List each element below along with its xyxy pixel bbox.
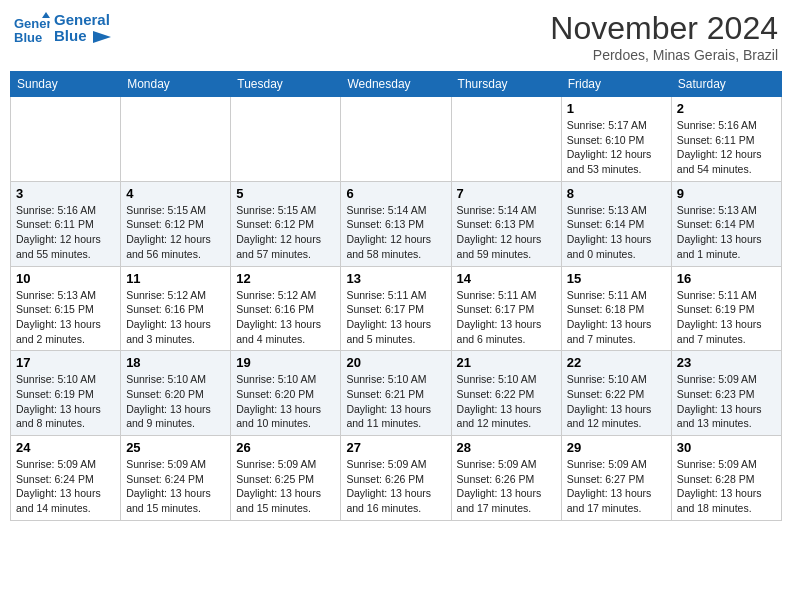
day-info: Sunrise: 5:14 AM Sunset: 6:13 PM Dayligh… bbox=[457, 203, 556, 262]
calendar-cell bbox=[451, 97, 561, 182]
calendar-cell: 4Sunrise: 5:15 AM Sunset: 6:12 PM Daylig… bbox=[121, 181, 231, 266]
calendar-cell: 12Sunrise: 5:12 AM Sunset: 6:16 PM Dayli… bbox=[231, 266, 341, 351]
day-number: 22 bbox=[567, 355, 666, 370]
weekday-header-monday: Monday bbox=[121, 72, 231, 97]
weekday-header-wednesday: Wednesday bbox=[341, 72, 451, 97]
logo: General Blue General Blue bbox=[14, 10, 111, 46]
day-number: 4 bbox=[126, 186, 225, 201]
svg-text:General: General bbox=[14, 16, 50, 31]
day-info: Sunrise: 5:14 AM Sunset: 6:13 PM Dayligh… bbox=[346, 203, 445, 262]
day-info: Sunrise: 5:10 AM Sunset: 6:20 PM Dayligh… bbox=[236, 372, 335, 431]
day-info: Sunrise: 5:13 AM Sunset: 6:15 PM Dayligh… bbox=[16, 288, 115, 347]
day-number: 18 bbox=[126, 355, 225, 370]
day-number: 5 bbox=[236, 186, 335, 201]
day-info: Sunrise: 5:13 AM Sunset: 6:14 PM Dayligh… bbox=[677, 203, 776, 262]
day-info: Sunrise: 5:09 AM Sunset: 6:25 PM Dayligh… bbox=[236, 457, 335, 516]
day-number: 15 bbox=[567, 271, 666, 286]
calendar-cell bbox=[121, 97, 231, 182]
calendar-cell: 29Sunrise: 5:09 AM Sunset: 6:27 PM Dayli… bbox=[561, 436, 671, 521]
calendar-week-4: 17Sunrise: 5:10 AM Sunset: 6:19 PM Dayli… bbox=[11, 351, 782, 436]
day-info: Sunrise: 5:11 AM Sunset: 6:18 PM Dayligh… bbox=[567, 288, 666, 347]
day-info: Sunrise: 5:10 AM Sunset: 6:22 PM Dayligh… bbox=[457, 372, 556, 431]
day-number: 10 bbox=[16, 271, 115, 286]
calendar-cell: 30Sunrise: 5:09 AM Sunset: 6:28 PM Dayli… bbox=[671, 436, 781, 521]
day-number: 20 bbox=[346, 355, 445, 370]
day-info: Sunrise: 5:15 AM Sunset: 6:12 PM Dayligh… bbox=[236, 203, 335, 262]
svg-marker-2 bbox=[42, 12, 50, 18]
calendar-cell: 28Sunrise: 5:09 AM Sunset: 6:26 PM Dayli… bbox=[451, 436, 561, 521]
logo-icon: General Blue bbox=[14, 10, 50, 46]
day-info: Sunrise: 5:09 AM Sunset: 6:24 PM Dayligh… bbox=[126, 457, 225, 516]
calendar-cell: 13Sunrise: 5:11 AM Sunset: 6:17 PM Dayli… bbox=[341, 266, 451, 351]
day-info: Sunrise: 5:10 AM Sunset: 6:20 PM Dayligh… bbox=[126, 372, 225, 431]
calendar-table: SundayMondayTuesdayWednesdayThursdayFrid… bbox=[10, 71, 782, 521]
day-info: Sunrise: 5:16 AM Sunset: 6:11 PM Dayligh… bbox=[677, 118, 776, 177]
day-number: 9 bbox=[677, 186, 776, 201]
svg-text:Blue: Blue bbox=[14, 30, 42, 45]
day-info: Sunrise: 5:15 AM Sunset: 6:12 PM Dayligh… bbox=[126, 203, 225, 262]
day-info: Sunrise: 5:10 AM Sunset: 6:19 PM Dayligh… bbox=[16, 372, 115, 431]
calendar-cell: 18Sunrise: 5:10 AM Sunset: 6:20 PM Dayli… bbox=[121, 351, 231, 436]
calendar-cell: 24Sunrise: 5:09 AM Sunset: 6:24 PM Dayli… bbox=[11, 436, 121, 521]
day-info: Sunrise: 5:13 AM Sunset: 6:14 PM Dayligh… bbox=[567, 203, 666, 262]
day-info: Sunrise: 5:09 AM Sunset: 6:28 PM Dayligh… bbox=[677, 457, 776, 516]
day-info: Sunrise: 5:17 AM Sunset: 6:10 PM Dayligh… bbox=[567, 118, 666, 177]
calendar-cell: 27Sunrise: 5:09 AM Sunset: 6:26 PM Dayli… bbox=[341, 436, 451, 521]
day-number: 27 bbox=[346, 440, 445, 455]
calendar-cell: 7Sunrise: 5:14 AM Sunset: 6:13 PM Daylig… bbox=[451, 181, 561, 266]
weekday-header-sunday: Sunday bbox=[11, 72, 121, 97]
day-number: 3 bbox=[16, 186, 115, 201]
day-info: Sunrise: 5:10 AM Sunset: 6:21 PM Dayligh… bbox=[346, 372, 445, 431]
calendar-cell bbox=[231, 97, 341, 182]
calendar-cell: 25Sunrise: 5:09 AM Sunset: 6:24 PM Dayli… bbox=[121, 436, 231, 521]
calendar-cell: 22Sunrise: 5:10 AM Sunset: 6:22 PM Dayli… bbox=[561, 351, 671, 436]
day-number: 11 bbox=[126, 271, 225, 286]
calendar-cell: 11Sunrise: 5:12 AM Sunset: 6:16 PM Dayli… bbox=[121, 266, 231, 351]
calendar-cell: 9Sunrise: 5:13 AM Sunset: 6:14 PM Daylig… bbox=[671, 181, 781, 266]
day-number: 24 bbox=[16, 440, 115, 455]
weekday-header-row: SundayMondayTuesdayWednesdayThursdayFrid… bbox=[11, 72, 782, 97]
page-header: General Blue General Blue November 2024 … bbox=[10, 10, 782, 63]
calendar-cell: 20Sunrise: 5:10 AM Sunset: 6:21 PM Dayli… bbox=[341, 351, 451, 436]
location-subtitle: Perdoes, Minas Gerais, Brazil bbox=[550, 47, 778, 63]
day-info: Sunrise: 5:11 AM Sunset: 6:17 PM Dayligh… bbox=[346, 288, 445, 347]
day-info: Sunrise: 5:09 AM Sunset: 6:26 PM Dayligh… bbox=[457, 457, 556, 516]
day-number: 13 bbox=[346, 271, 445, 286]
calendar-cell: 26Sunrise: 5:09 AM Sunset: 6:25 PM Dayli… bbox=[231, 436, 341, 521]
day-number: 30 bbox=[677, 440, 776, 455]
weekday-header-friday: Friday bbox=[561, 72, 671, 97]
day-info: Sunrise: 5:09 AM Sunset: 6:23 PM Dayligh… bbox=[677, 372, 776, 431]
calendar-week-3: 10Sunrise: 5:13 AM Sunset: 6:15 PM Dayli… bbox=[11, 266, 782, 351]
day-number: 23 bbox=[677, 355, 776, 370]
calendar-cell bbox=[11, 97, 121, 182]
logo-line1: General bbox=[54, 12, 111, 29]
calendar-cell: 16Sunrise: 5:11 AM Sunset: 6:19 PM Dayli… bbox=[671, 266, 781, 351]
day-number: 14 bbox=[457, 271, 556, 286]
calendar-cell: 6Sunrise: 5:14 AM Sunset: 6:13 PM Daylig… bbox=[341, 181, 451, 266]
calendar-cell: 8Sunrise: 5:13 AM Sunset: 6:14 PM Daylig… bbox=[561, 181, 671, 266]
calendar-cell: 21Sunrise: 5:10 AM Sunset: 6:22 PM Dayli… bbox=[451, 351, 561, 436]
day-number: 12 bbox=[236, 271, 335, 286]
day-number: 21 bbox=[457, 355, 556, 370]
day-info: Sunrise: 5:12 AM Sunset: 6:16 PM Dayligh… bbox=[126, 288, 225, 347]
calendar-cell: 10Sunrise: 5:13 AM Sunset: 6:15 PM Dayli… bbox=[11, 266, 121, 351]
day-info: Sunrise: 5:11 AM Sunset: 6:19 PM Dayligh… bbox=[677, 288, 776, 347]
day-number: 6 bbox=[346, 186, 445, 201]
day-number: 25 bbox=[126, 440, 225, 455]
calendar-cell bbox=[341, 97, 451, 182]
calendar-week-2: 3Sunrise: 5:16 AM Sunset: 6:11 PM Daylig… bbox=[11, 181, 782, 266]
day-number: 16 bbox=[677, 271, 776, 286]
calendar-cell: 14Sunrise: 5:11 AM Sunset: 6:17 PM Dayli… bbox=[451, 266, 561, 351]
day-info: Sunrise: 5:09 AM Sunset: 6:24 PM Dayligh… bbox=[16, 457, 115, 516]
calendar-cell: 1Sunrise: 5:17 AM Sunset: 6:10 PM Daylig… bbox=[561, 97, 671, 182]
calendar-cell: 3Sunrise: 5:16 AM Sunset: 6:11 PM Daylig… bbox=[11, 181, 121, 266]
day-number: 7 bbox=[457, 186, 556, 201]
calendar-cell: 17Sunrise: 5:10 AM Sunset: 6:19 PM Dayli… bbox=[11, 351, 121, 436]
day-info: Sunrise: 5:16 AM Sunset: 6:11 PM Dayligh… bbox=[16, 203, 115, 262]
weekday-header-tuesday: Tuesday bbox=[231, 72, 341, 97]
day-number: 1 bbox=[567, 101, 666, 116]
calendar-week-1: 1Sunrise: 5:17 AM Sunset: 6:10 PM Daylig… bbox=[11, 97, 782, 182]
day-number: 29 bbox=[567, 440, 666, 455]
calendar-cell: 19Sunrise: 5:10 AM Sunset: 6:20 PM Dayli… bbox=[231, 351, 341, 436]
calendar-cell: 23Sunrise: 5:09 AM Sunset: 6:23 PM Dayli… bbox=[671, 351, 781, 436]
